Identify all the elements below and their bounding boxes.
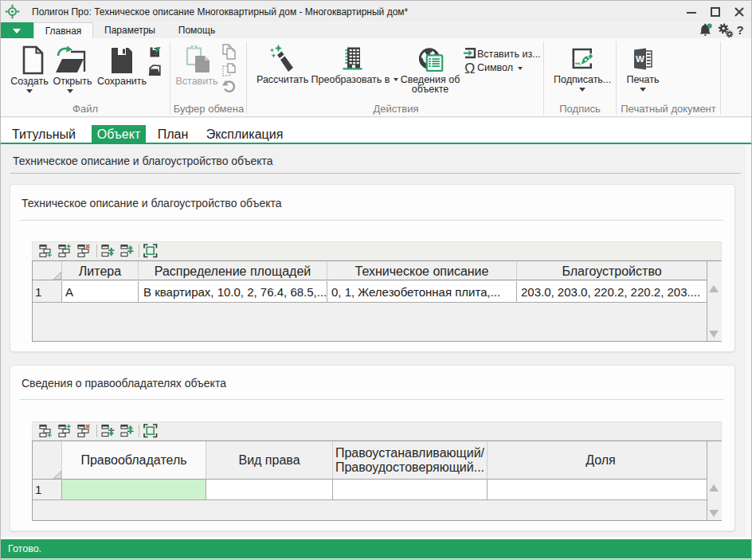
svg-text:W: W bbox=[636, 54, 644, 64]
